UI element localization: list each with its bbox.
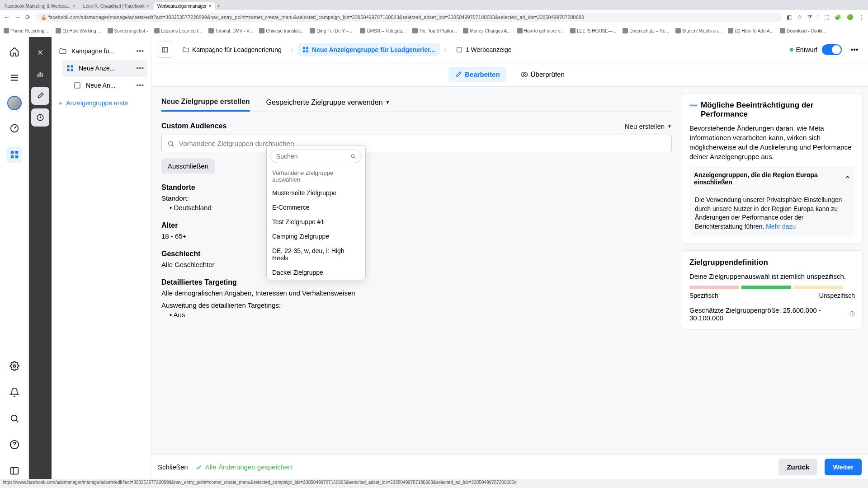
dropdown-item[interactable]: Test Zielgruppe #1 xyxy=(267,215,365,229)
bookmark-item[interactable]: Tutorial: DMV - V... xyxy=(208,28,253,33)
panel-toggle-button[interactable] xyxy=(157,42,173,58)
search-icon[interactable] xyxy=(6,410,23,427)
new-tab-button[interactable]: + xyxy=(215,2,223,10)
browser-extensions: ◧ ☆ ⧩ f ⬚ 🧩 🟢 ⋮ xyxy=(787,14,864,20)
avatar-icon[interactable]: 🟢 xyxy=(847,14,854,20)
bookmark-item[interactable]: Phone Recycling ... xyxy=(4,28,49,33)
reload-icon[interactable]: ⟳ xyxy=(25,14,31,21)
gauge-icon[interactable] xyxy=(6,120,23,136)
extension-icon[interactable]: ⬚ xyxy=(824,14,829,20)
svg-rect-14 xyxy=(71,65,73,67)
close-icon[interactable]: × xyxy=(146,4,149,9)
subtab-new-audience[interactable]: Neue Zielgruppe erstellen xyxy=(161,93,250,112)
bookmark-item[interactable]: Download - Cooki... xyxy=(780,28,826,33)
collapse-icon[interactable] xyxy=(6,463,23,479)
active-toggle[interactable] xyxy=(822,44,842,55)
crumb-campaign[interactable]: Kampagne für Leadgenerierung xyxy=(178,43,286,56)
audience-search-input[interactable] xyxy=(161,135,672,152)
more-icon[interactable]: ••• xyxy=(136,47,144,55)
bookmark-item[interactable]: GMSN -- Vologda... xyxy=(360,28,406,33)
menu-icon[interactable] xyxy=(6,70,23,86)
grid-icon[interactable] xyxy=(6,146,23,163)
extension-icon[interactable]: ☆ xyxy=(797,14,802,20)
help-icon[interactable] xyxy=(6,436,23,453)
dropdown-item[interactable]: E-Commerce xyxy=(267,200,365,215)
bookmark-item[interactable]: Student Wants an... xyxy=(675,28,722,33)
extension-icon[interactable]: ⧩ xyxy=(807,14,812,20)
bookmark-item[interactable]: (2) How To Add A... xyxy=(728,28,773,33)
subtab-saved-audience[interactable]: Gespeicherte Zielgruppe verwenden ▼ xyxy=(266,93,390,112)
add-adset-button[interactable]: + Anzeigengruppe erste xyxy=(55,94,147,112)
tree-campaign[interactable]: Kampagne fü... ••• xyxy=(55,42,147,60)
grid-icon xyxy=(66,64,74,72)
pencil-icon xyxy=(455,71,462,78)
address-bar: ← → ⟳ 🔒 facebook.com/adsmanager/manage/a… xyxy=(0,10,868,24)
bookmark-item[interactable]: (1) How Working ... xyxy=(56,28,101,33)
bookmark-item[interactable]: How to get more v... xyxy=(517,28,564,33)
tree-adset[interactable]: Neue Anze... ••• xyxy=(62,60,147,77)
close-button[interactable]: Schließen xyxy=(158,463,188,471)
browser-tab[interactable]: Werbeanzeigenmanager × xyxy=(154,2,215,10)
new-audience-button[interactable]: Neu erstellen ▼ xyxy=(625,122,672,130)
edit-icon[interactable] xyxy=(31,87,49,105)
close-icon[interactable]: × xyxy=(208,4,211,9)
forward-icon[interactable]: → xyxy=(14,14,21,21)
dropdown-item[interactable]: Musterseite Zielgruppe xyxy=(267,186,365,200)
home-icon[interactable] xyxy=(6,43,23,60)
tab-edit[interactable]: Bearbeiten xyxy=(448,67,506,82)
extension-icon[interactable]: 🧩 xyxy=(835,14,841,20)
info-icon[interactable]: ⓘ xyxy=(849,310,855,318)
bookmark-item[interactable]: The Top 3 Platfor... xyxy=(412,28,457,33)
bell-icon[interactable] xyxy=(6,384,23,400)
more-icon[interactable]: ••• xyxy=(136,64,144,72)
crumb-ad[interactable]: 1 Werbeanzeige xyxy=(451,43,516,56)
svg-rect-18 xyxy=(162,47,168,52)
back-button[interactable]: Zurück xyxy=(778,459,817,475)
url-input[interactable]: 🔒 facebook.com/adsmanager/manage/adsets/… xyxy=(35,13,782,22)
gender-field: Geschlecht Alle Geschlechter xyxy=(161,250,672,268)
bookmark-item[interactable]: Lessons Learned f... xyxy=(154,28,202,33)
history-icon[interactable] xyxy=(31,108,49,127)
extension-icon[interactable]: f xyxy=(817,14,819,20)
close-button[interactable] xyxy=(31,43,49,61)
svg-rect-9 xyxy=(38,74,38,77)
menu-icon[interactable]: ⋮ xyxy=(859,14,864,20)
europe-collapsible-head[interactable]: Anzeigengruppen, die die Region Europa e… xyxy=(689,167,855,190)
svg-rect-22 xyxy=(306,50,308,52)
bookmark-item[interactable]: Money Changes A... xyxy=(463,28,510,33)
gear-icon[interactable] xyxy=(6,358,23,374)
crumb-adset[interactable]: Neue Anzeigengruppe für Leadgenerier... xyxy=(297,43,440,56)
dropdown-item[interactable]: Camping Zielgruppe xyxy=(267,229,365,244)
close-icon[interactable]: × xyxy=(72,4,75,9)
more-link[interactable]: Mehr dazu xyxy=(766,223,796,230)
back-icon[interactable]: ← xyxy=(4,14,10,21)
audience-subtabs: Neue Zielgruppe erstellen Gespeicherte Z… xyxy=(161,93,672,112)
tree-ad[interactable]: Neue An... ••• xyxy=(70,77,147,94)
bookmark-item[interactable]: Datenschutz – Re... xyxy=(623,28,669,33)
next-button[interactable]: Weiter xyxy=(825,459,862,475)
bookmark-item[interactable]: Qing Fei De Yi - ... xyxy=(310,28,354,33)
browser-tab[interactable]: Facebook Marketing & Werbea... × xyxy=(1,2,79,10)
bookmark-item[interactable]: Sonderangebot - xyxy=(108,28,148,33)
dropdown-item[interactable]: DE, 22-35, w, deu, I: High Heels xyxy=(267,244,365,265)
specificity-gauge xyxy=(689,286,855,289)
bookmark-item[interactable]: LEE 'S HOUSE—... xyxy=(570,28,616,33)
browser-tab[interactable]: Leon R. Chaudhari | Facebook × xyxy=(80,2,153,10)
bookmark-item[interactable]: Chinese translati... xyxy=(259,28,303,33)
dropdown-search-input[interactable] xyxy=(270,150,362,163)
chevron-down-icon: ▼ xyxy=(386,100,390,105)
ad-icon xyxy=(73,81,81,89)
chart-icon[interactable] xyxy=(31,65,49,83)
tab-review[interactable]: Überprüfen xyxy=(514,67,571,82)
folder-icon xyxy=(59,47,67,55)
audience-dropdown: Vorhandene Zielgruppe auswählen Musterse… xyxy=(266,145,366,280)
bookmarks-bar: Phone Recycling ... (1) How Working ... … xyxy=(0,24,868,37)
avatar[interactable] xyxy=(7,96,22,110)
more-button[interactable]: ••• xyxy=(846,42,863,58)
exclude-button[interactable]: Ausschließen xyxy=(161,159,215,174)
breadcrumb-header: Kampagne für Leadgenerierung › Neue Anze… xyxy=(151,37,868,62)
dropdown-item[interactable]: Dackel Zielgruppe xyxy=(267,265,365,280)
svg-point-5 xyxy=(13,365,16,367)
extension-icon[interactable]: ◧ xyxy=(787,14,792,20)
more-icon[interactable]: ••• xyxy=(136,81,144,89)
